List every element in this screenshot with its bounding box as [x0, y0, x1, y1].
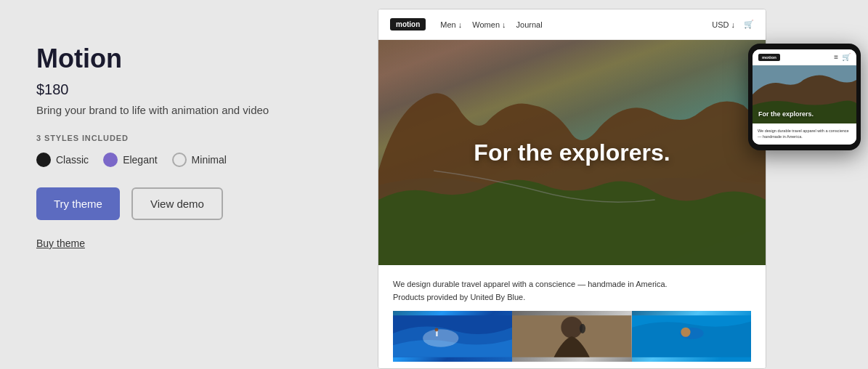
style-options: Classic Elegant Minimal	[36, 153, 341, 167]
mobile-nav-icons: ≡ 🛒	[834, 53, 851, 61]
svg-point-4	[435, 328, 439, 332]
nav-women: Women ↓	[472, 20, 506, 29]
nav-cart-icon: 🛒	[744, 20, 754, 29]
preview-content: We design durable travel apparel with a …	[378, 265, 766, 369]
strip-image-person	[512, 311, 631, 362]
nav-men: Men ↓	[440, 20, 462, 29]
style-dot-classic	[36, 153, 51, 167]
preview-hero: For the explorers.	[378, 40, 766, 265]
mobile-inner: motion ≡ 🛒 For the explorers. We design	[753, 49, 856, 145]
theme-description: Bring your brand to life with animation …	[36, 104, 341, 116]
style-dot-elegant	[103, 153, 118, 167]
view-demo-button[interactable]: View demo	[131, 187, 223, 220]
desktop-preview: motion Men ↓ Women ↓ Journal USD ↓ 🛒	[378, 9, 766, 369]
preview-image-strip	[393, 311, 751, 362]
svg-point-7	[580, 324, 585, 333]
style-classic-label: Classic	[56, 154, 89, 166]
nav-currency: USD ↓	[712, 20, 735, 29]
preview-body-text: We design durable travel apparel with a …	[393, 278, 698, 304]
left-panel: Motion $180 Bring your brand to life wit…	[0, 0, 378, 369]
style-classic[interactable]: Classic	[36, 153, 89, 167]
theme-title: Motion	[36, 44, 341, 74]
svg-point-6	[561, 317, 583, 338]
mobile-cart-icon: 🛒	[842, 53, 851, 61]
preview-nav-right: USD ↓ 🛒	[712, 20, 754, 29]
mobile-nav-logo: motion	[758, 54, 780, 61]
right-panel: motion Men ↓ Women ↓ Journal USD ↓ 🛒	[378, 0, 868, 369]
mobile-hero: For the explorers.	[753, 65, 856, 123]
mobile-nav: motion ≡ 🛒	[753, 49, 856, 65]
svg-point-2	[423, 329, 458, 347]
mobile-hero-text: For the explorers.	[758, 110, 814, 118]
strip-image-surf	[393, 311, 512, 362]
preview-nav-links: Men ↓ Women ↓ Journal	[440, 20, 542, 29]
nav-journal: Journal	[516, 20, 543, 29]
mobile-menu-icon: ≡	[834, 53, 838, 61]
style-minimal-label: Minimal	[192, 154, 227, 166]
styles-label: 3 STYLES INCLUDED	[36, 134, 341, 142]
buy-theme-link[interactable]: Buy theme	[36, 238, 85, 249]
strip-image-swim	[632, 311, 751, 362]
preview-nav-logo: motion	[390, 18, 426, 31]
mobile-content: We design durable travel apparel with a …	[753, 123, 856, 145]
preview-nav: motion Men ↓ Women ↓ Journal USD ↓ 🛒	[378, 9, 766, 40]
style-elegant-label: Elegant	[123, 154, 157, 166]
preview-hero-text: For the explorers.	[474, 139, 670, 166]
try-theme-button[interactable]: Try theme	[36, 187, 120, 220]
buttons-row: Try theme View demo	[36, 187, 341, 220]
mobile-preview: motion ≡ 🛒 For the explorers. We design	[748, 44, 861, 150]
svg-point-10	[681, 328, 690, 337]
theme-price: $180	[36, 81, 341, 98]
style-minimal[interactable]: Minimal	[172, 153, 227, 167]
mobile-body-text: We design durable travel apparel with a …	[758, 128, 851, 140]
style-dot-minimal	[172, 153, 187, 167]
style-elegant[interactable]: Elegant	[103, 153, 157, 167]
